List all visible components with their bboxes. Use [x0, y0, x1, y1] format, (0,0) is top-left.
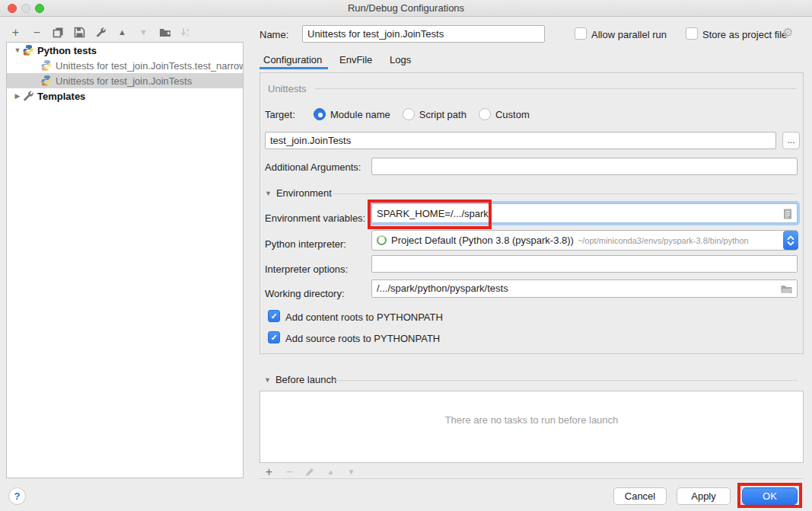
add-content-roots-checkbox[interactable]: ✓: [268, 310, 280, 322]
python-interpreter-label: Python interpreter:: [265, 238, 346, 250]
help-button[interactable]: ?: [8, 487, 26, 505]
title-bar: Run/Debug Configurations: [0, 0, 812, 17]
radio-selected-icon[interactable]: [314, 108, 326, 120]
configurations-toolbar: + − ▲ ▼ az: [9, 25, 193, 39]
target-value-input[interactable]: test_join.JoinTests: [265, 132, 776, 149]
environment-separator-line: [333, 193, 797, 194]
python-interpreter-select[interactable]: Project Default (Python 3.8 (pyspark-3.8…: [371, 230, 798, 251]
tree-item-label: Unittests for test_join.JoinTests: [56, 75, 192, 87]
window-title: Run/Debug Configurations: [0, 2, 812, 14]
target-option-label: Script path: [419, 109, 467, 120]
name-input[interactable]: Unittests for test_join.JoinTests: [302, 25, 545, 43]
browse-env-variables-icon[interactable]: [783, 209, 792, 219]
move-task-down-button[interactable]: ▼: [345, 465, 358, 478]
copy-icon: [53, 27, 64, 38]
python-test-icon: [40, 59, 53, 72]
add-task-button[interactable]: +: [263, 465, 275, 478]
collapse-icon[interactable]: ▼: [264, 376, 271, 384]
python-interpreter-path: ~/opt/miniconda3/envs/pyspark-3.8/bin/py…: [578, 236, 749, 245]
name-label: Name:: [260, 29, 288, 40]
additional-arguments-input[interactable]: [371, 158, 798, 175]
run-debug-configurations-dialog: Run/Debug Configurations + − ▲ ▼ az ▼ Py…: [0, 0, 812, 511]
check-icon: ✓: [270, 333, 277, 342]
bottom-separator-line: [260, 478, 804, 479]
move-up-button[interactable]: ▲: [116, 26, 129, 39]
move-down-button[interactable]: ▼: [137, 26, 150, 39]
annotation-box-ok-button: [737, 483, 802, 508]
working-directory-value: /.../spark/python/pyspark/tests: [377, 283, 508, 294]
tree-item-label: Unittests for test_join.JoinTests.test_n…: [56, 60, 243, 72]
before-launch-label: Before launch: [275, 374, 336, 385]
interpreter-options-label: Interpreter options:: [265, 263, 348, 275]
save-icon: [74, 27, 85, 38]
check-icon: ✓: [270, 311, 277, 321]
interpreter-dropdown-stepper[interactable]: [783, 231, 798, 250]
tree-item-templates[interactable]: ▶ Templates: [7, 88, 243, 104]
move-up-icon: ▲: [327, 465, 335, 478]
move-up-icon: ▲: [118, 26, 126, 39]
before-launch-task-list[interactable]: There are no tasks to run before launch: [260, 391, 804, 463]
radio-icon[interactable]: [403, 108, 415, 120]
folder-icon[interactable]: [781, 285, 792, 294]
expand-icon[interactable]: ▶: [13, 92, 22, 100]
configurations-tree: ▼ Python tests Unittests for test_join.J…: [6, 42, 244, 478]
cancel-button[interactable]: Cancel: [613, 487, 667, 505]
environment-section-header[interactable]: ▼ Environment: [265, 187, 332, 199]
tree-item-unittests-test-narrow[interactable]: Unittests for test_join.JoinTests.test_n…: [7, 58, 243, 73]
remove-task-button[interactable]: −: [283, 465, 296, 478]
python-test-icon: [40, 75, 53, 87]
environment-section-label: Environment: [276, 187, 332, 199]
remove-configuration-button[interactable]: −: [30, 26, 43, 39]
gear-icon[interactable]: ⚙: [782, 25, 793, 40]
store-as-project-file-label: Store as project file: [702, 29, 787, 40]
remove-icon: −: [33, 26, 40, 39]
new-folder-button[interactable]: [158, 26, 171, 39]
before-launch-toolbar: + − ▲ ▼: [263, 465, 358, 478]
add-icon: +: [266, 465, 272, 478]
annotation-box-environment-variables: [368, 200, 492, 229]
tab-configuration[interactable]: Configuration: [263, 54, 322, 65]
active-tab-underline: [260, 67, 328, 69]
browse-target-button[interactable]: ...: [782, 132, 800, 149]
edit-icon: [305, 467, 315, 477]
working-directory-input[interactable]: /.../spark/python/pyspark/tests: [371, 279, 798, 298]
edit-templates-button[interactable]: [94, 26, 107, 39]
group-separator-line: [315, 88, 797, 89]
target-row: Target: Module name Script path Custom: [265, 108, 542, 120]
move-down-icon: ▼: [348, 465, 355, 478]
apply-button[interactable]: Apply: [677, 487, 731, 505]
move-down-icon: ▼: [139, 26, 148, 39]
add-icon: +: [12, 26, 19, 39]
edit-task-button[interactable]: [304, 465, 317, 478]
target-option-custom[interactable]: Custom: [479, 108, 530, 120]
tab-logs[interactable]: Logs: [390, 54, 411, 65]
collapse-icon[interactable]: ▼: [13, 46, 22, 54]
add-content-roots-label: Add content roots to PYTHONPATH: [285, 311, 443, 323]
chevron-up-down-icon: [786, 234, 795, 248]
target-option-module-name[interactable]: Module name: [314, 108, 390, 120]
target-label: Target:: [265, 109, 314, 120]
sort-alphabetically-icon: az: [180, 27, 192, 38]
before-launch-empty-text: There are no tasks to run before launch: [260, 414, 803, 426]
svg-text:a: a: [186, 27, 189, 32]
before-launch-section-header[interactable]: ▼ Before launch: [264, 374, 336, 385]
radio-icon[interactable]: [479, 108, 491, 120]
add-configuration-button[interactable]: +: [9, 26, 22, 39]
copy-configuration-button[interactable]: [52, 26, 65, 39]
sort-configurations-button[interactable]: az: [180, 26, 193, 39]
add-source-roots-checkbox[interactable]: ✓: [268, 331, 280, 343]
allow-parallel-run-checkbox[interactable]: [575, 27, 587, 40]
wrench-icon: [95, 27, 107, 38]
tab-envfile[interactable]: EnvFile: [339, 54, 372, 65]
tree-item-python-tests[interactable]: ▼ Python tests: [7, 43, 243, 58]
move-task-up-button[interactable]: ▲: [324, 465, 337, 478]
interpreter-options-input[interactable]: [371, 255, 798, 273]
save-configuration-button[interactable]: [73, 26, 86, 39]
target-option-script-path[interactable]: Script path: [403, 108, 467, 120]
environment-variables-label: Environment variables:: [265, 212, 365, 224]
wrench-icon: [22, 90, 34, 102]
store-as-project-file-checkbox[interactable]: [686, 27, 698, 40]
tree-item-unittests-jointests-selected[interactable]: Unittests for test_join.JoinTests: [7, 73, 243, 88]
target-option-label: Custom: [495, 109, 530, 120]
collapse-icon[interactable]: ▼: [265, 190, 272, 197]
